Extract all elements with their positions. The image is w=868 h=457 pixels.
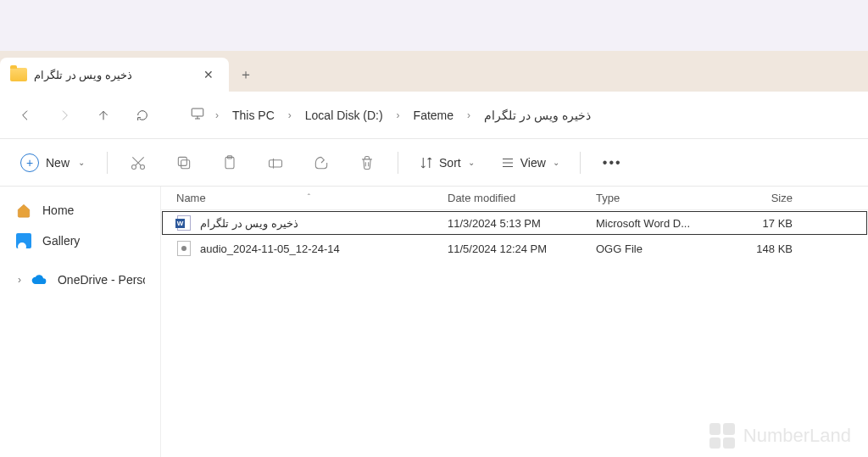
column-label: Name <box>176 192 206 204</box>
column-header-name[interactable]: Name ˆ <box>176 192 448 204</box>
file-list: Name ˆ Date modified Type Size ذخیره ویس… <box>161 187 868 457</box>
file-name: ذخیره ویس در تلگرام <box>200 217 298 230</box>
file-size: 17 KB <box>721 217 799 230</box>
chevron-right-icon[interactable]: › <box>15 274 24 286</box>
file-name: audio_2024-11-05_12-24-14 <box>200 242 340 255</box>
columns-header: Name ˆ Date modified Type Size <box>161 187 868 210</box>
column-header-type[interactable]: Type <box>596 192 721 204</box>
file-type: Microsoft Word D... <box>596 217 721 230</box>
svg-rect-3 <box>181 159 190 168</box>
sort-button[interactable]: Sort ⌄ <box>414 152 480 174</box>
svg-rect-4 <box>178 157 186 165</box>
monitor-icon[interactable] <box>190 106 205 125</box>
action-toolbar: + New ⌄ Sort ⌄ View <box>0 139 868 187</box>
copy-button[interactable] <box>169 148 199 178</box>
file-row[interactable]: audio_2024-11-05_12-24-1411/5/2024 12:24… <box>161 236 868 261</box>
sidebar-item-home[interactable]: Home <box>3 195 157 226</box>
sidebar-item-gallery[interactable]: Gallery <box>3 226 157 256</box>
paste-button[interactable] <box>214 148 245 178</box>
sort-label: Sort <box>439 156 461 170</box>
file-date: 11/5/2024 12:24 PM <box>448 242 596 255</box>
column-label: Date modified <box>448 192 515 204</box>
chevron-right-icon: › <box>460 109 477 121</box>
refresh-button[interactable] <box>127 100 158 131</box>
column-header-date[interactable]: Date modified <box>448 192 596 204</box>
onedrive-icon <box>31 271 47 288</box>
view-button[interactable]: View ⌄ <box>495 152 565 174</box>
svg-rect-7 <box>270 159 282 166</box>
sidebar-item-label: Gallery <box>42 234 80 248</box>
chevron-down-icon: ⌄ <box>468 158 475 167</box>
view-label: View <box>520 156 546 170</box>
new-tab-button[interactable]: ＋ <box>229 58 263 92</box>
main-area: Home Gallery › OneDrive - Persona Name ˆ <box>0 187 868 457</box>
tab-current[interactable]: ذخیره ویس در تلگرام ✕ <box>0 58 229 92</box>
share-button[interactable] <box>306 148 337 178</box>
svg-point-2 <box>141 164 145 169</box>
breadcrumb-item-current[interactable]: ذخیره ویس در تلگرام <box>481 107 594 124</box>
separator <box>107 152 108 174</box>
sidebar-item-onedrive[interactable]: › OneDrive - Persona <box>3 265 157 295</box>
sidebar: Home Gallery › OneDrive - Persona <box>0 187 161 457</box>
new-button-label: New <box>46 156 70 170</box>
file-size: 148 KB <box>721 242 799 255</box>
chevron-right-icon: › <box>390 109 407 121</box>
chevron-right-icon: › <box>209 109 225 121</box>
file-row[interactable]: ذخیره ویس در تلگرام11/3/2024 5:13 PMMicr… <box>161 210 868 236</box>
separator <box>398 152 398 174</box>
back-button[interactable] <box>10 100 41 131</box>
tab-title: ذخیره ویس در تلگرام <box>34 69 192 81</box>
file-date: 11/3/2024 5:13 PM <box>448 217 596 230</box>
home-icon <box>15 202 32 219</box>
svg-rect-0 <box>192 109 203 116</box>
navigation-toolbar: › This PC › Local Disk (D:) › Fateme › ذ… <box>0 92 868 139</box>
close-icon[interactable]: ✕ <box>198 66 219 83</box>
audio-file-icon <box>176 240 192 257</box>
watermark: NumberLand <box>709 423 851 449</box>
breadcrumb: › This PC › Local Disk (D:) › Fateme › ذ… <box>183 100 858 131</box>
plus-icon: + <box>20 153 39 172</box>
more-button[interactable]: ••• <box>596 152 629 174</box>
separator <box>580 152 581 174</box>
folder-icon <box>10 68 27 81</box>
tab-bar: ذخیره ویس در تلگرام ✕ ＋ <box>0 51 868 92</box>
sidebar-item-label: Home <box>42 203 74 217</box>
watermark-text: NumberLand <box>743 425 851 447</box>
chevron-down-icon: ⌄ <box>78 158 85 167</box>
up-button[interactable] <box>88 100 119 131</box>
cut-button[interactable] <box>123 148 153 178</box>
svg-point-1 <box>132 164 136 169</box>
breadcrumb-item-thispc[interactable]: This PC <box>229 107 278 124</box>
breadcrumb-item-localdisk[interactable]: Local Disk (D:) <box>302 107 387 124</box>
word-file-icon <box>176 215 192 231</box>
file-type: OGG File <box>596 242 721 255</box>
column-label: Type <box>596 192 620 204</box>
column-label: Size <box>771 192 793 204</box>
chevron-down-icon: ⌄ <box>553 158 559 167</box>
breadcrumb-item-fateme[interactable]: Fateme <box>410 107 457 124</box>
gallery-icon <box>15 232 32 249</box>
watermark-logo-icon <box>709 423 735 449</box>
chevron-right-icon: › <box>281 109 298 121</box>
new-button[interactable]: + New ⌄ <box>14 150 92 176</box>
sidebar-item-label: OneDrive - Persona <box>58 273 145 287</box>
delete-button[interactable] <box>352 148 382 178</box>
column-header-size[interactable]: Size <box>721 192 799 204</box>
forward-button[interactable] <box>49 100 80 131</box>
rename-button[interactable] <box>260 148 291 178</box>
sort-indicator-icon: ˆ <box>308 193 310 203</box>
